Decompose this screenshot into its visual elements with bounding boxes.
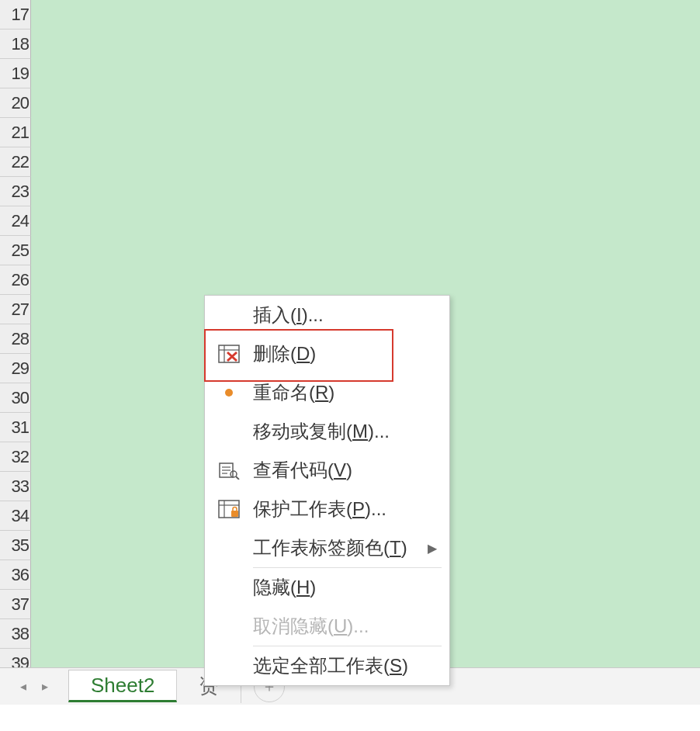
row-header[interactable]: 31 xyxy=(0,413,31,442)
menu-select-all-label: 选定全部工作表(S) xyxy=(253,653,442,678)
row-header[interactable]: 38 xyxy=(0,619,31,649)
delete-sheet-icon xyxy=(205,345,253,363)
row-header[interactable]: 17 xyxy=(0,0,31,29)
menu-rename[interactable]: 重命名(R) xyxy=(205,373,449,412)
tab-nav-arrows: ◂ ▸ xyxy=(0,679,68,694)
row-header[interactable]: 26 xyxy=(0,265,31,295)
svg-point-9 xyxy=(230,471,237,477)
menu-select-all-sheets[interactable]: 选定全部工作表(S) xyxy=(205,646,449,685)
menu-move-or-copy[interactable]: 移动或复制(M)... xyxy=(205,412,449,451)
sheet-tab-active[interactable]: Sheet2 xyxy=(68,670,177,702)
row-header[interactable]: 30 xyxy=(0,383,31,413)
menu-rename-label: 重命名(R) xyxy=(253,380,442,405)
row-header[interactable]: 20 xyxy=(0,88,31,118)
row-header[interactable]: 33 xyxy=(0,472,31,501)
menu-hide[interactable]: 隐藏(H) xyxy=(205,568,449,607)
view-code-icon xyxy=(205,461,253,480)
status-bar xyxy=(0,705,700,731)
menu-delete[interactable]: 删除(D) xyxy=(205,334,449,373)
menu-unhide: 取消隐藏(U)... xyxy=(205,607,449,646)
row-header[interactable]: 37 xyxy=(0,590,31,619)
row-header[interactable]: 24 xyxy=(0,206,31,236)
protect-sheet-icon xyxy=(205,500,253,518)
sheet-context-menu: 插入(I)... 删除(D) 重命名(R) 移动或复制(M)... xyxy=(204,295,450,686)
menu-protect-sheet[interactable]: 保护工作表(P)... xyxy=(205,490,449,528)
row-header[interactable]: 21 xyxy=(0,118,31,147)
rename-dot-icon xyxy=(205,389,253,397)
row-header[interactable]: 23 xyxy=(0,177,31,206)
sheet-tab-label: Sheet2 xyxy=(91,674,154,698)
row-header[interactable]: 25 xyxy=(0,236,31,265)
tab-prev-icon[interactable]: ◂ xyxy=(20,679,26,694)
menu-unhide-label: 取消隐藏(U)... xyxy=(253,614,442,639)
row-header[interactable]: 32 xyxy=(0,442,31,472)
menu-view-code[interactable]: 查看代码(V) xyxy=(205,451,449,490)
menu-tab-color[interactable]: 工作表标签颜色(T) ▶ xyxy=(205,528,449,567)
row-header[interactable]: 34 xyxy=(0,501,31,531)
row-header[interactable]: 36 xyxy=(0,560,31,590)
row-header[interactable]: 35 xyxy=(0,531,31,560)
row-header[interactable]: 18 xyxy=(0,29,31,59)
row-header-column: 1718192021222324252627282930313233343536… xyxy=(0,0,31,667)
menu-tab-color-label: 工作表标签颜色(T) xyxy=(253,535,428,560)
menu-delete-label: 删除(D) xyxy=(253,341,442,366)
menu-hide-label: 隐藏(H) xyxy=(253,575,442,600)
menu-view-code-label: 查看代码(V) xyxy=(253,458,442,483)
submenu-arrow-icon: ▶ xyxy=(428,541,442,556)
row-header[interactable]: 27 xyxy=(0,295,31,324)
row-header[interactable]: 28 xyxy=(0,324,31,354)
row-header[interactable]: 22 xyxy=(0,147,31,177)
svg-rect-14 xyxy=(231,511,238,517)
row-header[interactable]: 29 xyxy=(0,354,31,383)
tab-next-icon[interactable]: ▸ xyxy=(42,679,48,694)
menu-insert-label: 插入(I)... xyxy=(253,303,442,327)
menu-move-label: 移动或复制(M)... xyxy=(253,419,442,444)
row-header[interactable]: 19 xyxy=(0,59,31,88)
menu-protect-label: 保护工作表(P)... xyxy=(253,497,442,521)
svg-line-10 xyxy=(236,476,239,480)
menu-insert[interactable]: 插入(I)... xyxy=(205,296,449,334)
